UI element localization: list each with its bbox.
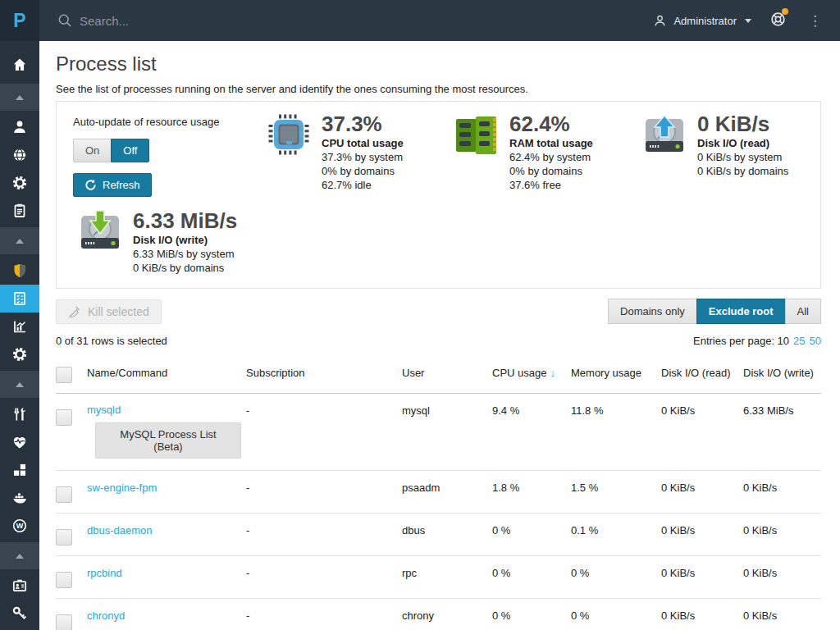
sidebar-section-collapse[interactable] bbox=[0, 84, 39, 111]
ram-modules-icon bbox=[454, 112, 500, 158]
kill-selected-label: Kill selected bbox=[88, 305, 149, 318]
process-list-icon bbox=[11, 290, 28, 307]
kill-selected-button[interactable]: Kill selected bbox=[56, 299, 162, 324]
collapse-up-icon bbox=[16, 239, 24, 244]
disk-write-line: 0 KiB/s by domains bbox=[133, 261, 237, 275]
search-input[interactable] bbox=[80, 14, 326, 28]
user-icon bbox=[653, 14, 667, 28]
refresh-icon bbox=[84, 179, 97, 191]
filter-exclude-root[interactable]: Exclude root bbox=[696, 299, 785, 324]
gear-settings-icon bbox=[11, 346, 28, 363]
plesk-logo[interactable]: P bbox=[0, 0, 39, 41]
cpu-cell: 0 % bbox=[492, 556, 571, 589]
sidebar-item-tasks[interactable] bbox=[0, 197, 39, 225]
disk-write-cell: 6.33 MiB/s bbox=[743, 394, 821, 427]
stat-cpu: 37.3% CPU total usage 37.3% by system 0%… bbox=[266, 112, 454, 197]
process-link[interactable]: dbus-daemon bbox=[87, 524, 153, 536]
process-table: Name/Command Subscription User CPU usage… bbox=[56, 357, 821, 630]
col-memory[interactable]: Memory usage bbox=[571, 357, 661, 389]
col-user[interactable]: User bbox=[402, 357, 492, 389]
sidebar-item-extensions[interactable] bbox=[0, 456, 39, 484]
gear-icon bbox=[11, 175, 28, 191]
process-link[interactable]: chronyd bbox=[87, 609, 125, 622]
page-title: Process list bbox=[56, 52, 821, 75]
cpu-cell: 0 % bbox=[492, 599, 571, 630]
entries-per-page: Entries per page: 102550 bbox=[693, 335, 821, 347]
sidebar-item-domains[interactable] bbox=[0, 141, 39, 169]
help-button[interactable] bbox=[769, 11, 787, 31]
ram-label: RAM total usage bbox=[509, 136, 593, 150]
sidebar-item-users[interactable] bbox=[0, 113, 39, 141]
chart-icon bbox=[11, 318, 28, 335]
sidebar-item-tools[interactable] bbox=[0, 400, 39, 428]
disk-read-cell: 0 KiB/s bbox=[661, 599, 743, 630]
filter-domains-only[interactable]: Domains only bbox=[608, 299, 696, 324]
select-all-checkbox[interactable] bbox=[56, 367, 72, 383]
sidebar-item-backup[interactable] bbox=[0, 572, 39, 600]
subscription-cell: - bbox=[246, 471, 402, 504]
col-disk-write[interactable]: Disk I/O (write) bbox=[743, 357, 821, 389]
row-checkbox[interactable] bbox=[56, 409, 72, 426]
disk-write-label: Disk I/O (write) bbox=[133, 233, 237, 247]
sidebar-section-collapse[interactable] bbox=[0, 371, 39, 398]
sidebar-section-collapse[interactable] bbox=[0, 227, 39, 254]
cpu-line: 0% by domains bbox=[322, 164, 404, 178]
auto-update-on-button[interactable]: On bbox=[73, 139, 111, 162]
cpu-label: CPU total usage bbox=[322, 136, 404, 150]
col-disk-read[interactable]: Disk I/O (read) bbox=[661, 357, 743, 389]
col-subscription[interactable]: Subscription bbox=[246, 357, 402, 389]
per-page-25-link[interactable]: 25 bbox=[793, 335, 805, 347]
row-checkbox[interactable] bbox=[56, 614, 72, 630]
auto-update-label: Auto-update of resource usage bbox=[73, 116, 266, 128]
health-heart-icon bbox=[11, 434, 28, 450]
process-link[interactable]: sw-engine-fpm bbox=[87, 482, 157, 494]
filter-all[interactable]: All bbox=[785, 299, 821, 324]
collapse-up-icon bbox=[16, 382, 24, 387]
sidebar-item-keys[interactable] bbox=[0, 600, 39, 628]
sidebar-item-security[interactable] bbox=[0, 257, 39, 285]
search-bar[interactable] bbox=[57, 13, 653, 28]
col-cpu[interactable]: CPU usage↓ bbox=[492, 357, 571, 389]
per-page-50-link[interactable]: 50 bbox=[810, 335, 821, 347]
sidebar-item-services[interactable] bbox=[0, 340, 39, 368]
refresh-button[interactable]: Refresh bbox=[73, 173, 152, 197]
disk-write-line: 6.33 MiB/s by system bbox=[133, 247, 237, 261]
home-icon bbox=[11, 57, 28, 73]
sidebar-item-wordpress[interactable]: W bbox=[0, 512, 39, 540]
row-checkbox[interactable] bbox=[56, 572, 72, 588]
cpu-value: 37.3% bbox=[322, 112, 404, 136]
table-row: sw-engine-fpm - psaadm 1.8 % 1.5 % 0 KiB… bbox=[56, 471, 821, 514]
docker-icon bbox=[11, 490, 28, 506]
disk-write-value: 6.33 MiB/s bbox=[133, 208, 237, 233]
row-checkbox[interactable] bbox=[56, 529, 72, 546]
mysql-process-list-button[interactable]: MySQL Process List (Beta) bbox=[95, 422, 241, 459]
user-menu[interactable]: Administrator bbox=[653, 14, 751, 28]
user-cell: dbus bbox=[402, 514, 492, 546]
table-header-row: Name/Command Subscription User CPU usage… bbox=[56, 357, 821, 394]
sidebar-item-health[interactable] bbox=[0, 428, 39, 456]
key-icon bbox=[11, 605, 28, 622]
memory-cell: 0.1 % bbox=[571, 514, 661, 546]
kebab-menu-icon[interactable]: ⋮ bbox=[805, 12, 825, 30]
user-menu-label: Administrator bbox=[673, 15, 737, 27]
stat-disk-write: 6.33 MiB/s Disk I/O (write) 6.33 MiB/s b… bbox=[77, 208, 266, 275]
row-checkbox[interactable] bbox=[56, 486, 72, 503]
disk-read-icon bbox=[641, 112, 687, 158]
cpu-cell: 1.8 % bbox=[492, 471, 571, 504]
col-name[interactable]: Name/Command bbox=[87, 357, 246, 389]
disk-write-cell: 0 KiB/s bbox=[743, 471, 821, 504]
process-link[interactable]: rpcbind bbox=[87, 567, 122, 579]
sidebar-section-collapse[interactable] bbox=[0, 542, 39, 569]
sidebar-item-monitoring[interactable] bbox=[0, 313, 39, 340]
ram-value: 62.4% bbox=[509, 112, 593, 136]
sidebar-item-settings[interactable] bbox=[0, 169, 39, 197]
sidebar-item-docker[interactable] bbox=[0, 484, 39, 512]
auto-update-off-button[interactable]: Off bbox=[111, 139, 149, 162]
ram-line: 0% by domains bbox=[509, 164, 593, 178]
sidebar-item-process-list[interactable] bbox=[0, 285, 39, 313]
sidebar-item-home[interactable] bbox=[0, 48, 39, 81]
clipboard-icon bbox=[11, 203, 28, 219]
process-link[interactable]: mysqld bbox=[87, 404, 121, 416]
disk-write-cell: 0 KiB/s bbox=[743, 556, 821, 589]
user-icon bbox=[11, 119, 28, 135]
